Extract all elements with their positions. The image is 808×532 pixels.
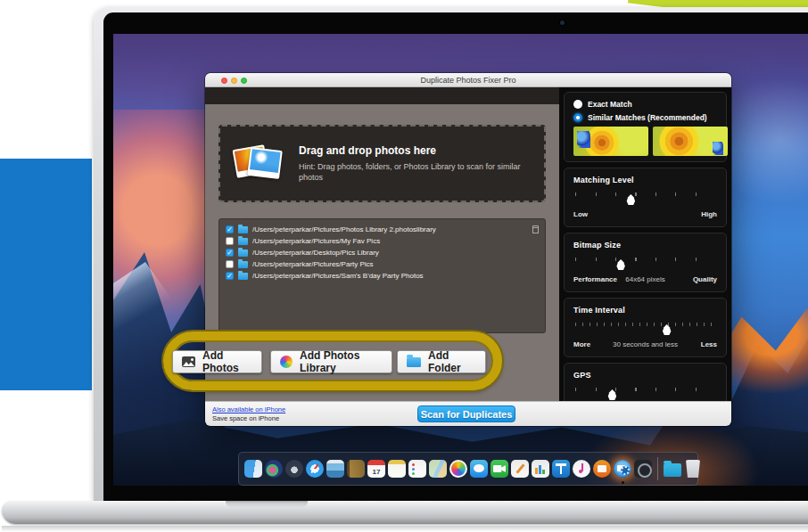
butterfly-decoration xyxy=(577,131,590,148)
dock-item-pages-icon[interactable] xyxy=(511,460,529,478)
slider-sections: Matching LevelLowHighBitmap SizePerforma… xyxy=(564,168,727,426)
list-item[interactable]: /Users/peterparkar/Pictures/Party Pics xyxy=(219,258,545,270)
match-option-label: Similar Matches (Recommended) xyxy=(588,113,707,122)
file-path: /Users/peterparkar/Desktop/Pics Library xyxy=(252,249,539,257)
dock-item-trash-icon[interactable] xyxy=(684,460,702,478)
folder-icon xyxy=(238,226,248,233)
slider-ticks xyxy=(575,192,715,196)
zoom-button[interactable] xyxy=(241,78,247,84)
photos-library-icon xyxy=(280,356,293,368)
checkbox-checked[interactable]: ✓ xyxy=(226,249,234,257)
slider-label-right: High xyxy=(701,210,717,218)
slider-panel-title: GPS xyxy=(573,371,717,380)
slider-track[interactable] xyxy=(573,386,717,402)
window-footer: Also available on iPhone Save space on i… xyxy=(205,401,731,426)
slider-panel-title: Time Interval xyxy=(573,306,717,315)
dock-item-messages-icon[interactable] xyxy=(470,460,488,478)
dock-item-duplicate-photos-fixer-icon[interactable] xyxy=(614,460,631,478)
page: 17 Duplicate Photos Fixer Pro xyxy=(0,0,808,532)
slider-panel: Time IntervalMore30 seconds and lessLess xyxy=(564,298,727,357)
slider-panel: Bitmap SizePerformance64x64 pixelsQualit… xyxy=(564,233,727,292)
dock-item-maps-icon[interactable] xyxy=(429,460,447,478)
sample-thumbnails xyxy=(573,127,717,156)
slider-track[interactable] xyxy=(573,321,717,337)
add-folder-button[interactable]: Add Folder xyxy=(397,350,486,373)
dock-item-safari-icon[interactable] xyxy=(306,460,324,478)
button-label: Add Photos Library xyxy=(300,349,383,374)
slider-label-right: Less xyxy=(701,340,717,348)
slider-panel-title: Bitmap Size xyxy=(573,241,717,250)
minimize-button[interactable] xyxy=(231,78,237,84)
scan-for-duplicates-button[interactable]: Scan for Duplicates xyxy=(417,405,515,422)
dock-item-finder-icon[interactable] xyxy=(244,460,262,478)
dock-item-photos-icon[interactable] xyxy=(449,460,467,478)
file-path: /Users/peterparkar/Pictures/Party Pics xyxy=(252,260,539,268)
dock-item-numbers-icon[interactable] xyxy=(532,460,549,478)
dock-item-reminders-icon[interactable] xyxy=(408,460,426,478)
photo-icon xyxy=(182,356,195,367)
dock-item-downloads-folder-icon[interactable] xyxy=(664,463,681,477)
wallpaper-snow-left xyxy=(113,257,220,364)
match-options: Exact MatchSimilar Matches (Recommended) xyxy=(573,100,717,122)
dock-item-ibooks-icon[interactable] xyxy=(593,460,611,478)
dock-item-launchpad-icon[interactable] xyxy=(285,460,303,478)
dock-item-preview-icon[interactable] xyxy=(326,460,344,478)
dock-item-notes-icon[interactable] xyxy=(388,460,406,478)
dock-item-itunes-icon[interactable] xyxy=(573,460,590,478)
file-path: /Users/peterparkar/Pictures/Sam's B'day … xyxy=(252,272,539,280)
dropzone[interactable]: Drag and drop photos here Hint: Drag pho… xyxy=(218,125,546,202)
match-option[interactable]: Exact Match xyxy=(573,100,717,109)
folder-icon xyxy=(238,261,248,268)
file-list: ✓/Users/peterparkar/Pictures/Photos Libr… xyxy=(218,218,546,333)
checkbox-checked[interactable]: ✓ xyxy=(226,225,234,233)
slider-label-left: Low xyxy=(573,210,588,218)
dropzone-hint: Hint: Drag photos, folders, or Photos Li… xyxy=(299,161,524,183)
match-option-label: Exact Match xyxy=(588,100,632,109)
radio-selected[interactable] xyxy=(573,113,582,122)
running-app-indicator xyxy=(622,481,624,484)
dock: 17 xyxy=(238,452,698,486)
iphone-link[interactable]: Also available on iPhone xyxy=(212,405,285,413)
checkbox-checked[interactable]: ✓ xyxy=(226,272,234,280)
iphone-subtext: Save space on iPhone xyxy=(212,414,279,422)
match-type-panel: Exact MatchSimilar Matches (Recommended) xyxy=(564,92,727,162)
window-titlebar[interactable]: Duplicate Photos Fixer Pro xyxy=(205,73,731,87)
slider-panel: Matching LevelLowHigh xyxy=(564,168,727,227)
photos-stack-icon xyxy=(233,142,284,186)
checkbox-unchecked[interactable] xyxy=(226,237,234,245)
sample-image-1 xyxy=(573,127,648,156)
slider-ticks xyxy=(575,323,715,326)
macbook-base xyxy=(2,501,808,524)
slider-labels: More30 seconds and lessLess xyxy=(573,340,717,351)
macbook-lid-notch xyxy=(226,501,308,507)
list-item[interactable]: ✓/Users/peterparkar/Pictures/Sam's B'day… xyxy=(219,270,545,282)
dock-item-calendar-icon[interactable]: 17 xyxy=(367,460,385,478)
sample-image-2 xyxy=(653,127,728,156)
slider-ticks xyxy=(575,258,715,261)
button-label: Add Photos xyxy=(202,349,252,374)
match-option[interactable]: Similar Matches (Recommended) xyxy=(573,113,717,122)
add-photos-button[interactable]: Add Photos xyxy=(172,350,262,373)
main-top-strip xyxy=(205,87,559,104)
window-title: Duplicate Photos Fixer Pro xyxy=(205,73,731,87)
dock-item-siri-icon[interactable] xyxy=(265,460,283,478)
dock-item-facetime-icon[interactable] xyxy=(491,460,508,478)
dock-item-contacts-icon[interactable] xyxy=(347,460,365,478)
folder-icon xyxy=(238,238,248,245)
list-item[interactable]: ✓/Users/peterparkar/Desktop/Pics Library xyxy=(219,247,545,258)
slider-track[interactable] xyxy=(573,191,717,207)
close-button[interactable] xyxy=(221,78,227,84)
list-item[interactable]: /Users/peterparkar/Pictures/My Fav Pics xyxy=(219,235,545,247)
slider-track[interactable] xyxy=(573,256,717,272)
file-path: /Users/peterparkar/Pictures/Photos Libra… xyxy=(252,225,528,233)
trash-icon[interactable] xyxy=(532,225,539,233)
dock-item-keynote-icon[interactable] xyxy=(552,460,570,478)
dock-item-label: 17 xyxy=(367,467,385,478)
add-photos-library-button[interactable]: Add Photos Library xyxy=(270,350,392,373)
radio-unselected[interactable] xyxy=(573,100,582,109)
dock-item-image-capture-icon[interactable] xyxy=(634,460,652,478)
slider-panel-title: Matching Level xyxy=(573,176,717,184)
file-path: /Users/peterparkar/Pictures/My Fav Pics xyxy=(252,237,539,245)
checkbox-unchecked[interactable] xyxy=(226,260,234,268)
list-item[interactable]: ✓/Users/peterparkar/Pictures/Photos Libr… xyxy=(219,224,545,235)
